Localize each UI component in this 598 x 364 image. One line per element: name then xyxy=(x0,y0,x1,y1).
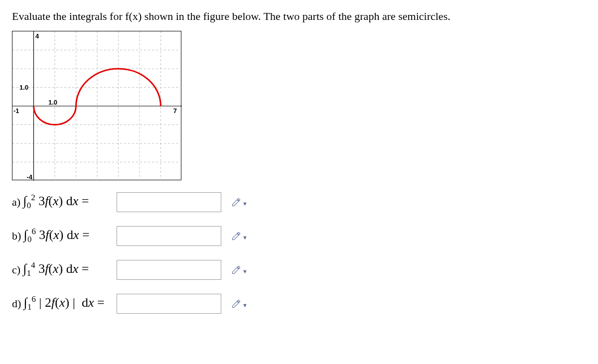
integral-a: ∫02 3f(x) dx = xyxy=(23,194,89,208)
y-bottom-label: -4 xyxy=(26,173,32,181)
pencil-icon xyxy=(231,197,241,207)
question-b-label: b) ∫06 3f(x) dx = xyxy=(12,227,112,245)
question-c-label: c) ∫14 3f(x) dx = xyxy=(12,261,112,279)
caret-icon: ▼ xyxy=(242,268,248,274)
graph-figure: 4 -4 -1 7 1.0 1.0 xyxy=(12,31,181,180)
integral-b: ∫06 3f(x) dx = xyxy=(24,228,90,242)
questions-list: a) ∫02 3f(x) dx = ▼ b) ∫06 3f(x) dx = ▼ … xyxy=(12,192,586,314)
pencil-icon xyxy=(231,299,241,309)
question-c: c) ∫14 3f(x) dx = ▼ xyxy=(12,260,586,280)
edit-button-b[interactable]: ▼ xyxy=(231,231,248,241)
x-right-label: 7 xyxy=(173,107,177,115)
answer-input-b[interactable] xyxy=(117,226,221,246)
question-b: b) ∫06 3f(x) dx = ▼ xyxy=(12,226,586,246)
pencil-icon xyxy=(231,265,241,275)
x-left-label: -1 xyxy=(13,107,19,115)
caret-icon: ▼ xyxy=(242,201,248,207)
caret-icon: ▼ xyxy=(242,302,248,308)
pencil-icon xyxy=(231,231,241,241)
question-d: d) ∫16 | 2f(x) | dx = ▼ xyxy=(12,294,586,314)
graph-svg: 4 -4 -1 7 1.0 1.0 xyxy=(12,31,182,181)
answer-input-c[interactable] xyxy=(117,260,221,280)
answer-input-d[interactable] xyxy=(117,294,221,314)
x-mid-label: 1.0 xyxy=(48,99,57,106)
integral-c: ∫14 3f(x) dx = xyxy=(23,261,89,276)
integral-d: ∫16 | 2f(x) | dx = xyxy=(24,295,105,310)
question-a-label: a) ∫02 3f(x) dx = xyxy=(12,193,112,211)
question-a: a) ∫02 3f(x) dx = ▼ xyxy=(12,192,586,212)
question-d-label: d) ∫16 | 2f(x) | dx = xyxy=(12,295,112,313)
y-mid-label: 1.0 xyxy=(19,84,28,91)
edit-button-c[interactable]: ▼ xyxy=(231,265,248,275)
caret-icon: ▼ xyxy=(242,235,248,241)
edit-button-d[interactable]: ▼ xyxy=(231,299,248,309)
answer-input-a[interactable] xyxy=(117,192,221,212)
problem-prompt: Evaluate the integrals for f(x) shown in… xyxy=(12,9,586,24)
edit-button-a[interactable]: ▼ xyxy=(231,197,248,207)
y-top-label: 4 xyxy=(35,32,39,40)
